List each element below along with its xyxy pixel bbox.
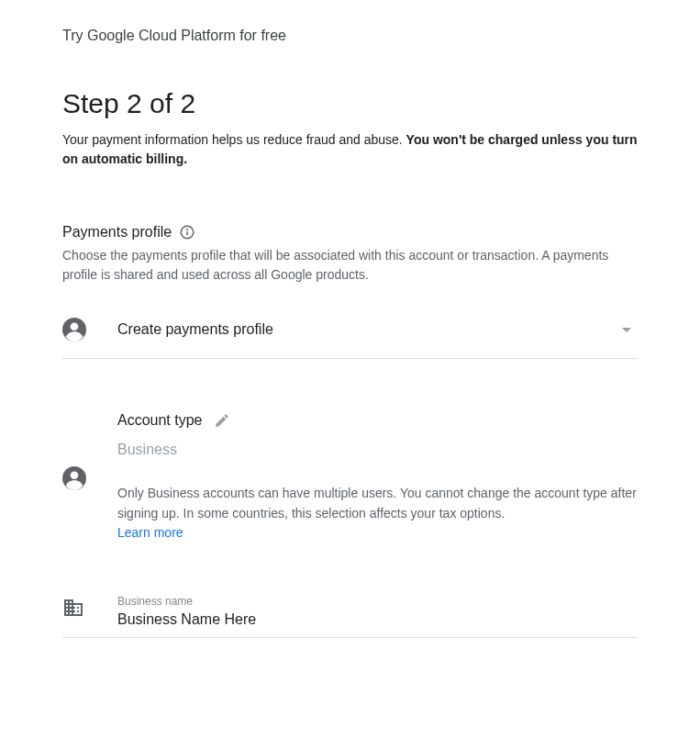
page-title: Try Google Cloud Platform for free (62, 28, 638, 44)
business-icon (62, 597, 117, 619)
person-icon (62, 466, 86, 490)
learn-more-link[interactable]: Learn more (117, 525, 183, 540)
svg-point-4 (71, 322, 79, 330)
create-payments-profile-label: Create payments profile (117, 321, 273, 337)
business-name-label: Business name (117, 595, 638, 608)
edit-icon[interactable] (214, 412, 230, 429)
step-heading: Step 2 of 2 (62, 88, 638, 119)
account-type-note: Only Business accounts can have multiple… (117, 484, 638, 543)
person-icon (62, 318, 86, 341)
account-type-value: Business (117, 442, 638, 458)
account-type-label: Account type (117, 412, 203, 429)
business-name-input[interactable] (117, 611, 638, 628)
step-description: Your payment information helps us reduce… (62, 130, 638, 169)
svg-point-6 (71, 471, 79, 479)
create-payments-profile-dropdown[interactable]: Create payments profile (62, 318, 638, 359)
step-desc-lead: Your payment information helps us reduce… (62, 132, 406, 147)
payments-profile-title: Payments profile (62, 224, 172, 241)
info-icon[interactable] (179, 224, 195, 241)
payments-profile-header: Payments profile (62, 224, 638, 241)
business-name-section: Business name (62, 595, 638, 638)
chevron-down-icon (616, 319, 638, 341)
payments-profile-desc: Choose the payments profile that will be… (62, 246, 638, 285)
svg-point-2 (187, 229, 188, 230)
account-type-section: Account type Business Only Business acco… (62, 412, 638, 543)
account-type-note-text: Only Business accounts can have multiple… (117, 486, 637, 521)
